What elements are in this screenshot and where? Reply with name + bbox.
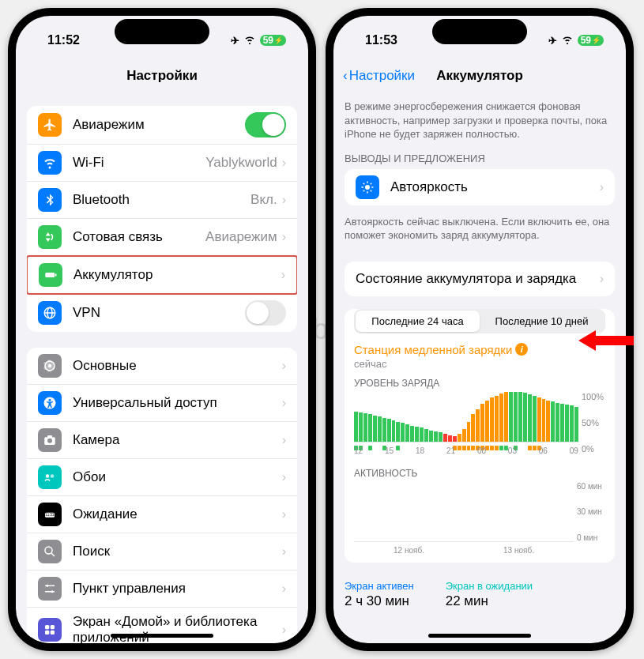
svg-rect-24 <box>45 631 49 635</box>
chevron-icon: › <box>282 396 286 410</box>
chevron-icon: › <box>282 230 286 244</box>
row-label: Поиск <box>73 544 282 559</box>
nav-bar: Настройки <box>16 58 308 93</box>
svg-point-12 <box>46 474 50 478</box>
svg-point-13 <box>51 474 55 478</box>
settings-row-general[interactable]: Основные› <box>27 348 297 385</box>
bluetooth-icon <box>38 188 62 212</box>
settings-row-vpn[interactable]: VPN <box>27 294 297 332</box>
status-time: 11:52 <box>47 33 80 47</box>
battery-indicator: 59⚡ <box>260 35 286 46</box>
toggle[interactable] <box>245 112 286 137</box>
chevron-icon: › <box>282 582 286 596</box>
row-detail: Авиарежим <box>205 229 277 245</box>
svg-line-36 <box>363 190 365 191</box>
chevron-icon: › <box>282 193 286 207</box>
row-label: Аккумулятор <box>73 267 281 283</box>
svg-point-16 <box>45 547 52 554</box>
row-label: Экран «Домой» и библиотека приложений <box>73 614 282 643</box>
settings-row-standby[interactable]: 11:53Ожидание› <box>27 496 297 533</box>
settings-row-wallpaper[interactable]: Обои› <box>27 459 297 496</box>
airplane-icon <box>38 113 62 137</box>
svg-line-37 <box>371 183 372 184</box>
battery-icon <box>39 263 62 287</box>
row-label: Сотовая связь <box>73 229 205 245</box>
settings-row-wifi[interactable]: Wi-FiYablykworld› <box>27 145 297 182</box>
time-range-segmented[interactable]: Последние 24 часа Последние 10 дней <box>354 309 605 333</box>
auto-brightness-label: Автояркость <box>390 179 600 195</box>
phone-right: 11:53 ✈︎ 59⚡ ‹ Настройки Аккумулятор В р… <box>326 8 634 651</box>
chevron-icon: › <box>282 623 286 637</box>
row-label: Основные <box>73 358 282 374</box>
back-button[interactable]: ‹ Настройки <box>343 68 415 84</box>
phone-left: 11:52 ✈︎ 59⚡ Настройки АвиарежимWi-FiYab… <box>8 8 316 651</box>
settings-row-cellular[interactable]: Сотовая связьАвиарежим› <box>27 219 297 256</box>
settings-row-search[interactable]: Поиск› <box>27 533 297 571</box>
chevron-left-icon: ‹ <box>343 68 348 84</box>
toggle[interactable] <box>245 300 286 326</box>
seg-24h[interactable]: Последние 24 часа <box>356 311 480 332</box>
svg-marker-38 <box>578 330 634 351</box>
battery-health-row[interactable]: Состояние аккумулятора и зарядка › <box>345 262 615 296</box>
battery-health-label: Состояние аккумулятора и зарядка <box>356 271 600 287</box>
wifi-icon <box>561 35 574 47</box>
chevron-icon: › <box>600 180 604 194</box>
row-label: Обои <box>73 469 282 485</box>
activity-chart: 60 мин30 мин0 мин 12 нояб.13 нояб. <box>354 482 605 553</box>
row-label: Авиарежим <box>73 117 245 133</box>
row-detail: Вкл. <box>250 192 277 208</box>
chevron-icon: › <box>282 156 286 170</box>
camera-icon <box>38 428 62 452</box>
settings-row-bluetooth[interactable]: BluetoothВкл.› <box>27 182 297 219</box>
row-label: Ожидание <box>73 506 282 522</box>
page-title: Аккумулятор <box>436 68 523 84</box>
svg-rect-22 <box>45 625 49 629</box>
svg-line-35 <box>371 190 372 191</box>
dynamic-island <box>115 19 209 44</box>
svg-rect-0 <box>45 273 55 277</box>
settings-row-battery[interactable]: Аккумулятор› <box>27 255 297 295</box>
chevron-icon: › <box>281 268 285 282</box>
airplane-icon: ✈︎ <box>231 35 239 47</box>
low-power-desc: В режиме энергосбережения снижается фоно… <box>333 93 626 148</box>
chevron-icon: › <box>600 272 604 286</box>
auto-brightness-row[interactable]: Автояркость › <box>345 169 615 205</box>
chevron-icon: › <box>282 507 286 522</box>
settings-row-camera[interactable]: Камера› <box>27 422 297 459</box>
svg-point-29 <box>365 185 370 190</box>
info-icon: i <box>515 343 528 356</box>
airplane-icon: ✈︎ <box>548 35 557 47</box>
svg-text:11:53: 11:53 <box>45 513 55 517</box>
settings-row-accessibility[interactable]: Универсальный доступ› <box>27 385 297 422</box>
slow-charging-sublabel: сейчас <box>354 358 605 370</box>
battery-indicator: 59⚡ <box>578 35 604 46</box>
standby-icon: 11:53 <box>38 503 62 526</box>
annotation-arrow <box>578 327 634 354</box>
screen-active-value: 2 ч 30 мин <box>345 593 414 609</box>
svg-rect-25 <box>51 631 55 635</box>
row-label: Камера <box>73 432 282 448</box>
settings-row-airplane[interactable]: Авиарежим <box>27 106 297 145</box>
home-indicator[interactable] <box>428 634 531 638</box>
slow-charging-label[interactable]: Станция медленной зарядки i <box>354 343 605 356</box>
controlcenter-icon <box>38 577 62 601</box>
svg-rect-1 <box>55 274 57 277</box>
status-time: 11:53 <box>365 33 397 47</box>
chevron-icon: › <box>282 544 286 559</box>
brightness-icon <box>356 175 379 199</box>
row-label: Пункт управления <box>73 581 282 597</box>
wallpaper-icon <box>38 465 62 489</box>
settings-row-homescreen[interactable]: Экран «Домой» и библиотека приложений› <box>27 608 297 643</box>
row-label: Bluetooth <box>73 192 250 208</box>
settings-row-controlcenter[interactable]: Пункт управления› <box>27 571 297 608</box>
wifi-icon <box>243 35 256 47</box>
row-label: Wi-Fi <box>73 155 205 171</box>
screen-active-label: Экран активен <box>345 580 414 592</box>
row-label: Универсальный доступ <box>73 395 282 411</box>
chevron-icon: › <box>282 359 286 373</box>
auto-brightness-desc: Автояркость сейчас выключена. Если включ… <box>333 209 626 249</box>
home-indicator[interactable] <box>111 634 213 638</box>
page-title: Настройки <box>126 68 198 84</box>
activity-title: АКТИВНОСТЬ <box>354 468 605 479</box>
svg-rect-23 <box>51 625 55 629</box>
